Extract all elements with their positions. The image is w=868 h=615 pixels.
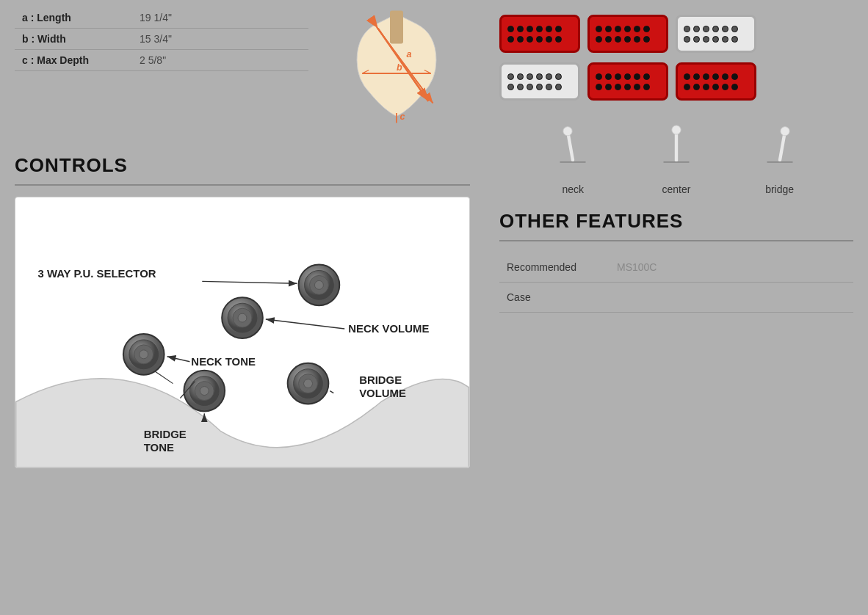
svg-point-53 xyxy=(672,125,681,134)
svg-text:b: b xyxy=(397,62,402,73)
svg-point-35 xyxy=(304,379,313,388)
pickup-dots-row xyxy=(684,73,748,80)
pickup-dot xyxy=(693,26,700,32)
svg-text:TONE: TONE xyxy=(144,442,174,454)
svg-point-50 xyxy=(563,127,572,136)
pickup-dot xyxy=(634,73,640,80)
pickup-dot xyxy=(624,73,631,80)
pickup-dot xyxy=(703,26,709,32)
pickup-dots-row xyxy=(596,84,660,90)
svg-text:NECK VOLUME: NECK VOLUME xyxy=(348,323,429,335)
pickup-dot xyxy=(624,36,631,43)
neck-selector-svg xyxy=(551,125,595,176)
pickup-dots-row xyxy=(684,84,748,90)
pickup-5 xyxy=(587,62,668,101)
pickup-dot xyxy=(536,73,543,80)
pickup-dot xyxy=(624,84,631,90)
pickup-dot xyxy=(712,84,719,90)
pickup-dots-row xyxy=(684,36,748,43)
pickup-dot xyxy=(731,84,738,90)
pickup-dot xyxy=(703,73,709,80)
pickup-dot xyxy=(517,26,524,32)
pickup-dots-row xyxy=(507,73,572,80)
pickup-dot xyxy=(596,84,602,90)
svg-text:NECK TONE: NECK TONE xyxy=(191,356,256,368)
pickup-dot xyxy=(555,26,562,32)
pickup-dot xyxy=(605,26,612,32)
dimensions-section: a : Length 19 1/4" b : Width 15 3/4" c :… xyxy=(15,7,470,139)
pickup-dot xyxy=(693,36,700,43)
dimension-label-a: a : Length xyxy=(15,7,132,29)
pickup-dots-row-bot xyxy=(507,36,572,43)
pickup-dots-row xyxy=(596,26,660,32)
selectors-row: neck center xyxy=(499,125,853,195)
other-features-divider xyxy=(499,240,853,241)
pickup-2 xyxy=(587,15,668,53)
pickup-dot xyxy=(527,36,533,43)
pickup-dot xyxy=(693,84,700,90)
dimension-row-a: a : Length 19 1/4" xyxy=(15,7,308,29)
pickup-dot xyxy=(684,36,690,43)
pickup-dot xyxy=(605,84,612,90)
pickup-dot xyxy=(546,84,552,90)
pickup-dot xyxy=(546,73,552,80)
pickup-dot xyxy=(722,36,728,43)
pickup-dot xyxy=(643,84,650,90)
svg-point-27 xyxy=(140,350,148,359)
bridge-selector-svg xyxy=(758,125,802,176)
pickup-dot xyxy=(546,26,552,32)
dimension-value-c: 2 5/8" xyxy=(132,50,308,71)
pickup-dot xyxy=(643,36,650,43)
pickup-4 xyxy=(499,62,580,101)
pickup-dot xyxy=(703,84,709,90)
pickup-dot xyxy=(555,36,562,43)
feature-value-recommended: MS100C xyxy=(617,261,657,273)
pickup-dots-row xyxy=(684,26,748,32)
dimension-value-b: 15 3/4" xyxy=(132,29,308,50)
svg-line-44 xyxy=(330,391,333,393)
pickup-dot xyxy=(546,36,552,43)
left-panel: a : Length 19 1/4" b : Width 15 3/4" c :… xyxy=(0,0,485,615)
pickup-dot xyxy=(684,26,690,32)
feature-label-recommended: Recommended xyxy=(499,261,617,273)
dimension-row-b: b : Width 15 3/4" xyxy=(15,29,308,50)
bridge-label: bridge xyxy=(765,183,794,195)
svg-line-37 xyxy=(266,319,344,329)
svg-line-47 xyxy=(155,371,173,384)
svg-point-17 xyxy=(314,280,323,289)
svg-rect-0 xyxy=(390,11,403,44)
svg-text:BRIDGE: BRIDGE xyxy=(144,429,187,440)
other-features-section: OTHER FEATURES Recommended MS100C Case xyxy=(499,210,853,313)
pickup-dot xyxy=(527,73,533,80)
pickup-dots-row xyxy=(507,84,572,90)
svg-text:VOLUME: VOLUME xyxy=(359,387,406,399)
dimensions-table: a : Length 19 1/4" b : Width 15 3/4" c :… xyxy=(15,7,308,71)
pickup-dot xyxy=(605,73,612,80)
pickup-dot xyxy=(596,73,602,80)
pickup-dots-row-top xyxy=(507,26,572,32)
pickup-dot xyxy=(596,36,602,43)
pickup-dot xyxy=(536,36,543,43)
pickup-dot xyxy=(722,26,728,32)
svg-point-23 xyxy=(238,313,247,322)
pickup-dot xyxy=(517,84,524,90)
pickup-dots-row xyxy=(596,73,660,80)
svg-text:c: c xyxy=(400,112,405,122)
pickup-dot xyxy=(712,73,719,80)
svg-line-39 xyxy=(167,357,190,362)
svg-text:a: a xyxy=(407,49,412,59)
pickup-dot xyxy=(712,36,719,43)
pickup-dot xyxy=(722,73,728,80)
controls-title: CONTROLS xyxy=(15,154,470,177)
controls-section: CONTROLS xyxy=(15,154,470,468)
pickup-dot xyxy=(517,73,524,80)
pickup-dot xyxy=(605,36,612,43)
dimension-label-b: b : Width xyxy=(15,29,132,50)
guitar-svg: a b c xyxy=(323,7,470,139)
pickup-dot xyxy=(555,73,562,80)
pickup-dot xyxy=(634,26,640,32)
pickup-dot xyxy=(517,36,524,43)
pickup-dot xyxy=(731,73,738,80)
pickup-dot xyxy=(634,84,640,90)
pickup-dot xyxy=(624,26,631,32)
